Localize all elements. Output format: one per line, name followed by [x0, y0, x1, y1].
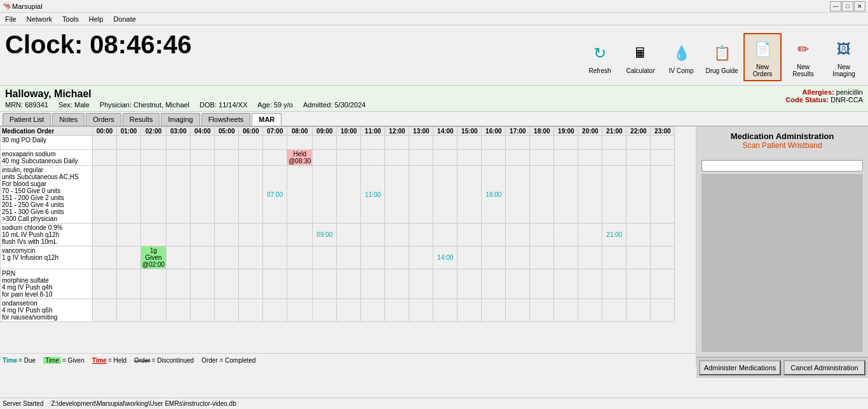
due-cell-insulin-0700[interactable]: 07:00: [263, 166, 287, 224]
due-cell-insulin-1600[interactable]: 16:00: [482, 166, 506, 224]
tab-flowsheets[interactable]: Flowsheets: [201, 113, 251, 126]
app-title: Marsupial: [12, 3, 43, 10]
med-name-3: sodium chloride 0.9%10 mL IV Push q12hfl…: [1, 224, 93, 246]
new-results-label: New Results: [787, 64, 820, 77]
refresh-icon: ↻: [587, 41, 613, 66]
menu-tools[interactable]: Tools: [60, 15, 81, 23]
toolbar-buttons: ↻ Refresh 🖩 Calculator 💧 IV Comp 📋 Drug …: [581, 28, 863, 81]
menu-help[interactable]: Help: [86, 15, 106, 23]
time-2200: 22:00: [627, 127, 651, 136]
due-cell-nacl-0900[interactable]: 09:00: [313, 224, 337, 246]
menu-file[interactable]: File: [3, 15, 19, 23]
menu-donate[interactable]: Donate: [111, 15, 138, 23]
legend-due: Time = Due: [3, 357, 36, 364]
tab-patient-list[interactable]: Patient List: [3, 113, 51, 126]
time-0700: 07:00: [263, 127, 287, 136]
time-0200: 02:00: [141, 127, 166, 136]
drug-guide-label: Drug Guide: [705, 67, 738, 74]
menubar: File Network Tools Help Donate: [0, 13, 868, 25]
new-orders-icon: 📄: [750, 37, 775, 62]
sex-field: Sex: Male: [58, 101, 90, 109]
refresh-label: Refresh: [588, 67, 611, 74]
due-cell-nacl-2100[interactable]: 21:00: [602, 224, 627, 246]
right-panel: Medication Administration Scan Patient W…: [696, 126, 868, 367]
code-status-field: Code Status: DNR-CCA: [785, 96, 863, 104]
iv-comp-button[interactable]: 💧 IV Comp: [662, 38, 700, 77]
time-1500: 15:00: [458, 127, 482, 136]
patient-name: Halloway, Michael: [5, 88, 863, 100]
time-1400: 14:00: [433, 127, 458, 136]
tab-mar[interactable]: MAR: [252, 113, 281, 126]
cell-0-0[interactable]: [93, 136, 117, 150]
server-status: Server Started: [3, 400, 43, 407]
statusbar: Server Started Z:\development\Marsupial\…: [0, 398, 868, 409]
medication-order-header: Medication Order: [1, 127, 93, 136]
scan-wristband-input[interactable]: [702, 160, 863, 171]
clock-display: Clock: 08:46:46: [5, 30, 581, 59]
time-0000: 00:00: [93, 127, 117, 136]
time-1700: 17:00: [506, 127, 530, 136]
due-cell-vanc-1400[interactable]: 14:00: [433, 246, 458, 269]
patient-area: Halloway, Michael MRN: 689341 Sex: Male …: [0, 86, 868, 112]
time-0900: 09:00: [313, 127, 337, 136]
time-2100: 21:00: [602, 127, 627, 136]
med-name-6: ondansetron4 mg IV Push q6hfor nausea/vo…: [1, 299, 93, 322]
tab-notes[interactable]: Notes: [52, 113, 85, 126]
table-row: vancomycin1 g IV Infusion q12h 1gGiven@0…: [1, 246, 675, 269]
time-2300: 23:00: [651, 127, 675, 136]
med-name-2: insulin, regularunits Subcutaneous AC,HS…: [1, 166, 93, 224]
new-imaging-label: New Imaging: [827, 64, 860, 77]
maximize-button[interactable]: □: [842, 1, 853, 11]
admitted-field: Admitted: 5/30/2024: [303, 101, 365, 109]
new-imaging-button[interactable]: 🖼 New Imaging: [825, 34, 863, 80]
titlebar: 🦘 Marsupial — □ ✕: [0, 0, 868, 13]
time-1000: 10:00: [337, 127, 361, 136]
mar-body: 30 mg PO Daily enoxaparin sodium40 mg Su…: [1, 136, 675, 322]
app-icon: 🦘: [3, 2, 12, 11]
clock-area: Clock: 08:46:46: [5, 28, 581, 59]
new-orders-button[interactable]: 📄 New Orders: [743, 33, 782, 81]
minimize-button[interactable]: —: [830, 1, 841, 11]
time-2000: 20:00: [578, 127, 602, 136]
held-cell-enox-0800[interactable]: Held@08:30: [287, 150, 313, 166]
drug-guide-button[interactable]: 📋 Drug Guide: [703, 38, 741, 77]
close-button[interactable]: ✕: [854, 1, 865, 11]
tab-results[interactable]: Results: [123, 113, 160, 126]
calculator-button[interactable]: 🖩 Calculator: [621, 38, 660, 77]
tab-orders[interactable]: Orders: [86, 113, 121, 126]
iv-comp-label: IV Comp: [669, 67, 694, 74]
right-panel-body: [696, 155, 868, 357]
legend-given: Time = Given: [43, 357, 85, 364]
main-content: Medication Order 00:00 01:00 02:00 03:00…: [0, 126, 868, 367]
due-cell-insulin-1100[interactable]: 11:00: [361, 166, 385, 224]
cancel-administration-button[interactable]: Cancel Administration: [783, 360, 865, 375]
time-1900: 19:00: [554, 127, 578, 136]
med-name-5: PRNmorphine sulfate4 mg IV Push q4hfor p…: [1, 269, 93, 299]
patient-details: MRN: 689341 Sex: Male Physician: Chestnu…: [5, 101, 863, 109]
given-cell-vanc-0200[interactable]: 1gGiven@02:00: [141, 246, 166, 269]
calculator-label: Calculator: [626, 67, 654, 74]
window-controls[interactable]: — □ ✕: [830, 1, 865, 11]
refresh-button[interactable]: ↻ Refresh: [581, 38, 619, 77]
mar-table: Medication Order 00:00 01:00 02:00 03:00…: [0, 126, 675, 322]
time-0300: 03:00: [166, 127, 191, 136]
tabbar: Patient List Notes Orders Results Imagin…: [0, 112, 868, 126]
table-row: insulin, regularunits Subcutaneous AC,HS…: [1, 166, 675, 224]
legend-held: Time = Held: [92, 357, 126, 364]
panel-subtitle: Scan Patient Wristband: [702, 141, 863, 150]
toolbar: Clock: 08:46:46 ↻ Refresh 🖩 Calculator 💧…: [0, 25, 868, 86]
mar-area: Medication Order 00:00 01:00 02:00 03:00…: [0, 126, 696, 367]
right-panel-header: Medication Administration Scan Patient W…: [696, 126, 868, 155]
administer-medications-button[interactable]: Administer Medications: [699, 360, 781, 375]
mar-table-wrapper[interactable]: Medication Order 00:00 01:00 02:00 03:00…: [0, 126, 696, 353]
tab-imaging[interactable]: Imaging: [161, 113, 200, 126]
new-results-button[interactable]: ✏ New Results: [784, 34, 822, 80]
time-0600: 06:00: [239, 127, 263, 136]
menu-network[interactable]: Network: [24, 15, 55, 23]
med-name-1: enoxaparin sodium40 mg Subcutaneous Dail…: [1, 150, 93, 166]
mar-header-row: Medication Order 00:00 01:00 02:00 03:00…: [1, 127, 675, 136]
table-row: PRNmorphine sulfate4 mg IV Push q4hfor p…: [1, 269, 675, 299]
time-1600: 16:00: [482, 127, 506, 136]
table-row: 30 mg PO Daily: [1, 136, 675, 150]
med-name-4: vancomycin1 g IV Infusion q12h: [1, 246, 93, 269]
